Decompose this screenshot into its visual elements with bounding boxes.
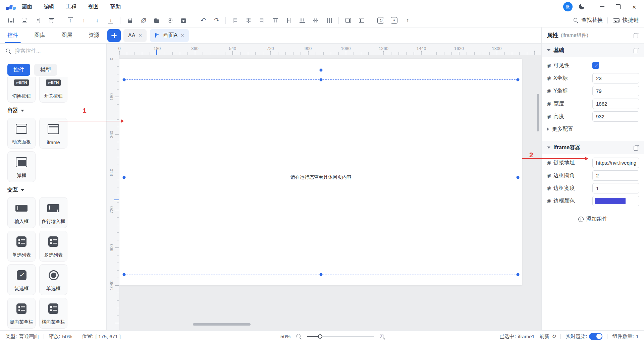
iframe-component-selection[interactable]: 请在运行态查看具体网页内容 bbox=[124, 79, 518, 275]
hide-button[interactable]: ∅ bbox=[138, 15, 149, 25]
input-X坐标[interactable] bbox=[592, 73, 639, 83]
control-card-iframe[interactable]: iframe bbox=[39, 118, 67, 149]
control-card-输入框[interactable]: 输入框 bbox=[7, 197, 36, 228]
redo-button[interactable]: ↷ bbox=[210, 15, 222, 25]
avatar[interactable]: 微 bbox=[563, 2, 573, 11]
realtime-render-toggle[interactable] bbox=[589, 333, 602, 340]
resize-handle-w[interactable] bbox=[123, 176, 126, 179]
zoom-slider[interactable] bbox=[307, 334, 374, 339]
section-header-iframe容器[interactable]: iframe容器 bbox=[542, 141, 644, 154]
dark-mode-icon[interactable] bbox=[579, 4, 585, 10]
move-up-button[interactable]: ↑ bbox=[78, 15, 90, 25]
data-bind-icon[interactable]: ◉ bbox=[546, 172, 551, 178]
canvas-horizontal-scrollbar[interactable] bbox=[193, 323, 251, 326]
refresh-frame-button[interactable]: ↻ bbox=[375, 15, 386, 25]
sidebar-tab-图库[interactable]: 图库 bbox=[35, 27, 45, 43]
resize-handle-e[interactable] bbox=[517, 176, 520, 179]
screen-tab-画面A[interactable]: 画面A× bbox=[150, 29, 189, 42]
control-card-单选框[interactable]: 单选框 bbox=[39, 264, 67, 295]
data-bind-icon[interactable]: ◉ bbox=[546, 160, 551, 166]
save-as-button[interactable] bbox=[19, 15, 30, 25]
record-button[interactable]: ● bbox=[388, 15, 400, 25]
input-边框圆角[interactable] bbox=[592, 170, 639, 181]
lock-button[interactable] bbox=[124, 15, 136, 25]
menu-item-工程[interactable]: 工程 bbox=[66, 3, 76, 10]
data-bind-icon[interactable]: ◉ bbox=[546, 101, 551, 107]
collapse-right-button[interactable] bbox=[342, 15, 354, 25]
color-picker-边框颜色[interactable] bbox=[592, 196, 639, 206]
canvas-vertical-scrollbar[interactable] bbox=[537, 94, 539, 131]
screenshot-button[interactable] bbox=[178, 15, 189, 25]
screen-tab-AA[interactable]: AA× bbox=[123, 29, 147, 42]
checkbox-可见性[interactable] bbox=[592, 62, 599, 69]
close-tab-icon[interactable]: × bbox=[139, 33, 142, 38]
folder-button[interactable] bbox=[151, 15, 162, 25]
delete-button[interactable] bbox=[46, 15, 57, 25]
menu-item-视图[interactable]: 视图 bbox=[88, 3, 99, 10]
copy-section-icon[interactable] bbox=[633, 145, 639, 151]
undo-button[interactable]: ↶ bbox=[197, 15, 208, 25]
resize-handle-nw[interactable] bbox=[123, 78, 126, 81]
align-right-button[interactable] bbox=[256, 15, 268, 25]
resize-handle-n[interactable] bbox=[320, 78, 323, 81]
input-边框宽度[interactable] bbox=[592, 183, 639, 193]
input-链接地址[interactable] bbox=[592, 158, 639, 168]
resize-handle-sw[interactable] bbox=[123, 273, 126, 276]
control-card-弹框[interactable]: 弹框 bbox=[7, 151, 36, 182]
move-down-button[interactable]: ↓ bbox=[92, 15, 103, 25]
data-bind-icon[interactable]: ◉ bbox=[546, 198, 551, 204]
collapse-left-button[interactable] bbox=[356, 15, 367, 25]
copy-button[interactable] bbox=[32, 15, 44, 25]
save-button[interactable] bbox=[5, 15, 17, 25]
distribute-vertical-button[interactable] bbox=[323, 15, 335, 25]
minimize-button[interactable] bbox=[597, 2, 607, 11]
copy-section-icon[interactable] bbox=[633, 48, 639, 53]
align-left-button[interactable] bbox=[229, 15, 241, 25]
group-header-容器[interactable]: 容器 bbox=[0, 103, 106, 118]
resize-handle-s[interactable] bbox=[320, 273, 323, 276]
find-replace-button[interactable]: 查找替换 bbox=[573, 17, 603, 24]
copy-config-icon[interactable] bbox=[633, 33, 639, 38]
data-bind-icon[interactable]: ◉ bbox=[546, 88, 551, 94]
input-高度[interactable] bbox=[592, 111, 639, 122]
data-bind-icon[interactable]: ◉ bbox=[546, 75, 551, 81]
control-card-横向菜单栏[interactable]: 横向菜单栏 bbox=[39, 298, 67, 329]
group-header-交互[interactable]: 交互 bbox=[0, 182, 106, 197]
control-card-切换按钮[interactable]: ⇌BTN切换按钮 bbox=[7, 77, 36, 103]
control-card-单选列表[interactable]: 单选列表 bbox=[7, 231, 36, 262]
data-bind-icon[interactable]: ◉ bbox=[546, 113, 551, 119]
data-bind-icon[interactable]: ◉ bbox=[546, 62, 551, 68]
resize-handle-se[interactable] bbox=[517, 273, 520, 276]
shortcuts-button[interactable]: 快捷键 bbox=[612, 17, 639, 24]
control-card-动态面板[interactable]: 动态面板 bbox=[7, 118, 36, 149]
resize-handle-ne[interactable] bbox=[517, 78, 520, 81]
data-bind-icon[interactable]: ◉ bbox=[546, 185, 551, 191]
zoom-slider-knob[interactable] bbox=[318, 334, 322, 339]
input-宽度[interactable] bbox=[592, 99, 639, 109]
bring-front-button[interactable]: ↑ bbox=[65, 15, 76, 25]
artboard[interactable]: 请在运行态查看具体网页内容 bbox=[119, 59, 522, 285]
align-top-button[interactable] bbox=[270, 15, 281, 25]
zoom-in-icon[interactable]: + bbox=[379, 334, 385, 339]
control-card-开关按钮[interactable]: ⇌BTN开关按钮 bbox=[39, 77, 67, 103]
menu-item-帮助[interactable]: 帮助 bbox=[110, 3, 121, 10]
refresh-button[interactable]: 刷新↻ bbox=[539, 333, 556, 340]
search-input[interactable] bbox=[15, 48, 92, 54]
align-bottom-button[interactable] bbox=[297, 15, 308, 25]
send-back-button[interactable]: ↓ bbox=[105, 15, 116, 25]
control-card-多选列表[interactable]: 多选列表 bbox=[39, 231, 67, 262]
align-center-button[interactable] bbox=[243, 15, 254, 25]
sidebar-tab-图层[interactable]: 图层 bbox=[61, 27, 72, 43]
align-middle-button[interactable] bbox=[310, 15, 321, 25]
add-screen-button[interactable] bbox=[107, 29, 121, 42]
distribute-horizontal-button[interactable] bbox=[283, 15, 294, 25]
publish-button[interactable]: ↑ bbox=[402, 15, 413, 25]
more-config-button[interactable]: 更多配置 bbox=[542, 123, 644, 135]
model-button[interactable] bbox=[164, 15, 176, 25]
control-card-竖向菜单栏[interactable]: 竖向菜单栏 bbox=[7, 298, 36, 329]
canvas-zone[interactable]: 请在运行态查看具体网页内容 bbox=[119, 55, 541, 330]
sidebar-tab-控件[interactable]: 控件 bbox=[7, 27, 18, 43]
menu-item-编辑[interactable]: 编辑 bbox=[44, 3, 54, 10]
input-Y坐标[interactable] bbox=[592, 86, 639, 96]
close-button[interactable]: × bbox=[629, 2, 639, 11]
